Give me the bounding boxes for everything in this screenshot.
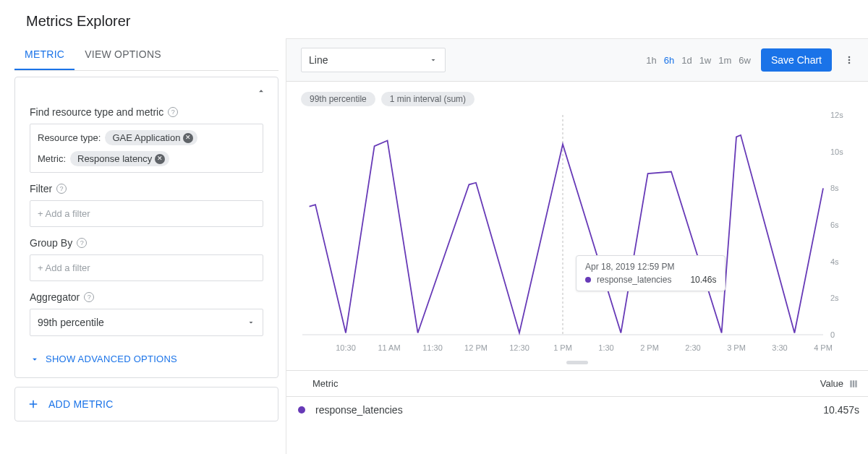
chart-chip-0[interactable]: 99th percentile — [301, 92, 375, 106]
chart-tooltip: Apr 18, 2019 12:59 PM response_latencies… — [576, 255, 726, 291]
svg-text:1 PM: 1 PM — [553, 343, 572, 352]
legend-header-metric[interactable]: Metric — [312, 378, 786, 389]
groupby-section: Group By ? + Add a filter — [15, 233, 278, 287]
svg-text:11:30: 11:30 — [422, 343, 443, 352]
remove-metric-icon[interactable]: ✕ — [155, 154, 165, 164]
metric-label: Metric: — [38, 153, 66, 164]
tooltip-series: response_latencies — [597, 275, 671, 285]
aggregator-title: Aggregator — [30, 291, 80, 303]
dropdown-icon — [429, 56, 438, 64]
svg-text:2 PM: 2 PM — [640, 343, 659, 352]
groupby-title: Group By — [30, 237, 72, 249]
legend-series-name: response_latencies — [315, 404, 790, 416]
svg-text:0: 0 — [830, 330, 835, 339]
find-section: Find resource type and metric ? Resource… — [15, 102, 278, 179]
config-tabs: METRIC VIEW OPTIONS — [14, 38, 278, 71]
legend-header-value[interactable]: Value — [786, 378, 843, 389]
chart-type-value: Line — [309, 54, 328, 66]
svg-text:3:30: 3:30 — [772, 343, 787, 352]
time-range-1d[interactable]: 1d — [681, 55, 692, 66]
find-title: Find resource type and metric — [30, 106, 163, 118]
legend-series-value: 10.457s — [790, 404, 859, 416]
metric-chip-text: Response latency — [77, 153, 152, 164]
collapse-card-icon[interactable] — [255, 85, 268, 98]
svg-text:12 PM: 12 PM — [464, 343, 488, 352]
svg-text:12s: 12s — [830, 111, 843, 119]
chart-filter-chips: 99th percentile1 min interval (sum) — [295, 89, 859, 111]
time-range-1m[interactable]: 1m — [718, 55, 731, 66]
svg-text:12:30: 12:30 — [509, 343, 529, 352]
chart-toolbar: Line 1h6h1d1w1m6w Save Chart — [286, 39, 868, 82]
svg-text:2:30: 2:30 — [685, 343, 700, 352]
help-icon[interactable]: ? — [168, 107, 178, 117]
add-metric-label: ADD METRIC — [48, 398, 114, 410]
tab-view-options[interactable]: VIEW OPTIONS — [75, 38, 171, 70]
filter-section: Filter ? + Add a filter — [15, 179, 278, 233]
legend-row[interactable]: response_latencies 10.457s — [286, 397, 868, 423]
help-icon[interactable]: ? — [77, 238, 87, 248]
svg-text:10s: 10s — [830, 147, 843, 156]
svg-text:4s: 4s — [830, 257, 839, 266]
svg-text:6s: 6s — [830, 220, 839, 229]
help-icon[interactable]: ? — [84, 292, 94, 302]
show-advanced-label: SHOW ADVANCED OPTIONS — [46, 354, 177, 364]
metric-chip[interactable]: Response latency ✕ — [70, 151, 169, 166]
dropdown-icon — [247, 318, 255, 327]
tooltip-value: 10.46s — [690, 275, 716, 285]
page-title: Metrics Explorer — [0, 0, 868, 38]
resource-metric-box: Resource type: GAE Application ✕ Metric:… — [30, 124, 263, 173]
chart-panel: Line 1h6h1d1w1m6w Save Chart 99th percen… — [286, 38, 868, 454]
tab-metric[interactable]: METRIC — [14, 38, 75, 70]
svg-text:10:30: 10:30 — [336, 343, 356, 352]
save-chart-button[interactable]: Save Chart — [761, 48, 832, 72]
remove-resource-type-icon[interactable]: ✕ — [183, 133, 193, 143]
series-color-dot — [298, 406, 305, 414]
time-range-6h[interactable]: 6h — [664, 55, 674, 66]
filter-title: Filter — [30, 183, 52, 194]
chart-type-select[interactable]: Line — [301, 48, 446, 72]
metric-card: Find resource type and metric ? Resource… — [14, 77, 278, 378]
help-icon[interactable]: ? — [56, 184, 67, 194]
time-range-picker: 1h6h1d1w1m6w — [646, 55, 751, 66]
svg-text:11 AM: 11 AM — [378, 343, 400, 352]
svg-text:4 PM: 4 PM — [814, 343, 833, 352]
time-range-1h[interactable]: 1h — [646, 55, 656, 66]
show-advanced-link[interactable]: SHOW ADVANCED OPTIONS — [15, 342, 278, 367]
svg-text:8s: 8s — [830, 184, 839, 192]
chart-svg: 02s4s6s8s10s12s10:3011 AM11:3012 PM12:30… — [295, 111, 859, 356]
resource-type-chip-text: GAE Application — [112, 132, 180, 143]
chart-area[interactable]: 02s4s6s8s10s12s10:3011 AM11:3012 PM12:30… — [295, 111, 859, 356]
column-options-icon[interactable] — [848, 378, 859, 389]
aggregator-section: Aggregator ? 99th percentile — [15, 287, 278, 342]
chart-chip-1[interactable]: 1 min interval (sum) — [381, 92, 475, 106]
time-range-6w[interactable]: 6w — [739, 55, 751, 66]
svg-text:1:30: 1:30 — [598, 343, 613, 352]
filter-input[interactable]: + Add a filter — [30, 200, 263, 227]
resource-type-chip[interactable]: GAE Application ✕ — [105, 130, 197, 145]
legend-table: Metric Value response_latencies 10.457s — [286, 370, 868, 423]
aggregator-select[interactable]: 99th percentile — [30, 309, 263, 336]
series-color-dot — [585, 277, 591, 283]
time-range-1w[interactable]: 1w — [699, 55, 712, 66]
aggregator-value: 99th percentile — [38, 317, 104, 328]
svg-text:3 PM: 3 PM — [727, 343, 746, 352]
resource-type-label: Resource type: — [38, 132, 101, 143]
groupby-input[interactable]: + Add a filter — [30, 254, 263, 281]
svg-text:2s: 2s — [830, 294, 839, 302]
config-panel: METRIC VIEW OPTIONS Find resource type a… — [0, 38, 286, 454]
plus-icon — [27, 398, 40, 411]
resize-handle[interactable] — [566, 361, 588, 364]
more-menu-icon[interactable] — [842, 53, 856, 67]
add-metric-button[interactable]: ADD METRIC — [14, 387, 278, 421]
tooltip-time: Apr 18, 2019 12:59 PM — [585, 262, 716, 272]
chevron-down-icon — [30, 354, 40, 364]
